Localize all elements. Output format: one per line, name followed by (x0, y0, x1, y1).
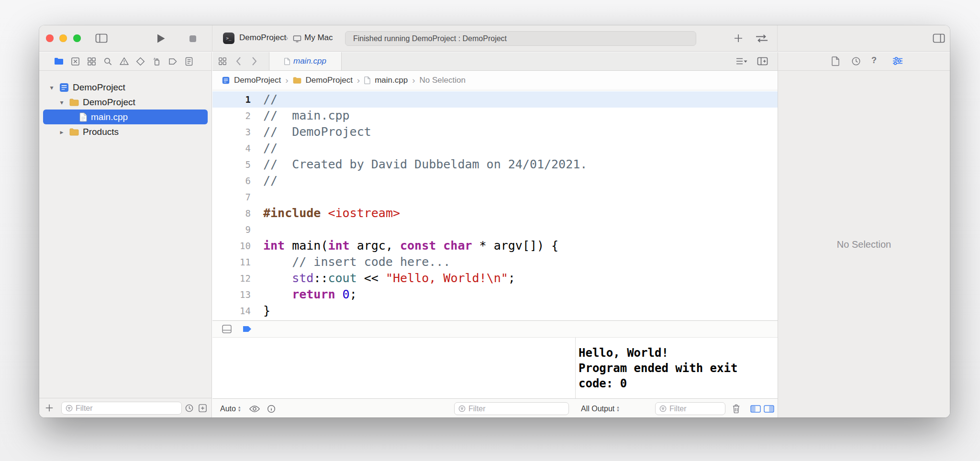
folder-icon (293, 77, 301, 84)
console-filter-input[interactable] (669, 405, 721, 413)
activity-viewer[interactable]: Finished running DemoProject : DemoProje… (345, 31, 696, 46)
toggle-right-sidebar-icon[interactable] (933, 33, 945, 43)
variables-view[interactable] (212, 338, 575, 398)
jump-bar-item-file[interactable]: main.cpp (375, 76, 408, 85)
editor-options-icon[interactable] (735, 57, 747, 66)
toggle-left-sidebar-icon[interactable] (95, 33, 108, 43)
quick-help-inspector-icon[interactable]: ? (871, 55, 877, 66)
library-add-icon[interactable] (734, 33, 743, 43)
variables-filter-input[interactable] (468, 405, 565, 413)
navigator-filter-field[interactable] (61, 402, 182, 415)
tree-item-main-cpp[interactable]: main.cpp (43, 110, 208, 124)
code-line-text: #include <iostream> (263, 205, 400, 221)
console-output-popup[interactable]: All Output ▴▾ (581, 399, 619, 417)
line-number[interactable]: 7 (212, 189, 251, 205)
code-line[interactable]: 3// DemoProject (212, 124, 778, 140)
code-line[interactable]: 1// (212, 91, 778, 108)
code-line-text: std::cout << "Hello, World!\n"; (263, 270, 515, 286)
breakpoints-toggle-icon[interactable] (242, 325, 252, 333)
line-number[interactable]: 9 (212, 221, 251, 238)
code-line[interactable]: 5// Created by David Dubbeldam on 24/01/… (212, 156, 778, 173)
line-number[interactable]: 1 (212, 91, 251, 108)
variables-scope-popup[interactable]: Auto ▴▾ (220, 399, 240, 417)
scheme-name[interactable]: DemoProject (239, 33, 286, 43)
source-control-navigator-icon[interactable] (70, 57, 80, 66)
line-number[interactable]: 5 (212, 156, 251, 173)
history-inspector-icon[interactable] (851, 56, 861, 66)
jump-bar-item-project[interactable]: DemoProject (234, 76, 281, 85)
jump-bar-item-selection[interactable]: No Selection (420, 76, 466, 85)
console-filter-field[interactable] (655, 402, 725, 415)
close-window-button[interactable] (46, 34, 54, 42)
xcode-window: >_ DemoProject › My Mac Finished running… (39, 25, 950, 417)
code-line[interactable]: 2// main.cpp (212, 108, 778, 124)
disclosure-closed-icon[interactable]: ▸ (57, 128, 67, 136)
folder-icon (69, 99, 79, 106)
file-icon (284, 58, 290, 65)
line-number[interactable]: 2 (212, 108, 251, 124)
symbol-navigator-icon[interactable] (86, 57, 97, 66)
line-number[interactable]: 13 (212, 286, 251, 303)
run-button[interactable] (156, 33, 166, 44)
tree-item-group-demoproject[interactable]: ▾ DemoProject (39, 95, 212, 110)
code-line[interactable]: 9 (212, 221, 778, 238)
disclosure-open-icon[interactable]: ▾ (47, 84, 56, 91)
info-icon[interactable] (267, 399, 276, 417)
show-console-view-icon[interactable] (764, 399, 774, 417)
show-variables-view-icon[interactable] (750, 399, 761, 417)
report-navigator-icon[interactable] (184, 57, 194, 66)
line-number[interactable]: 8 (212, 205, 251, 221)
code-review-arrows-icon[interactable] (755, 34, 768, 43)
go-forward-icon[interactable] (252, 56, 257, 66)
code-line[interactable]: 4// (212, 140, 778, 156)
zoom-window-button[interactable] (73, 34, 81, 42)
code-line[interactable]: 7 (212, 189, 778, 205)
issue-navigator-icon[interactable] (119, 57, 129, 66)
tab-main-cpp[interactable]: main.cpp (269, 52, 342, 70)
file-inspector-icon[interactable] (832, 56, 839, 66)
scheme-app-icon[interactable]: >_ (223, 33, 234, 44)
line-number[interactable]: 3 (212, 124, 251, 140)
code-line[interactable]: 10int main(int argc, const char * argv[]… (212, 238, 778, 254)
minimize-window-button[interactable] (59, 34, 67, 42)
recent-files-filter-icon[interactable] (185, 404, 194, 413)
scm-status-filter-icon[interactable] (198, 404, 207, 413)
tree-item-products[interactable]: ▸ Products (39, 124, 212, 139)
line-number[interactable]: 12 (212, 270, 251, 286)
line-number[interactable]: 6 (212, 173, 251, 189)
code-line-text: // insert code here... (263, 254, 450, 270)
test-navigator-icon[interactable] (135, 57, 145, 66)
clear-console-icon[interactable] (732, 399, 740, 417)
variables-filter-field[interactable] (454, 402, 569, 415)
jump-bar-item-group[interactable]: DemoProject (306, 76, 353, 85)
line-number[interactable]: 10 (212, 238, 251, 254)
code-line[interactable]: 12 std::cout << "Hello, World!\n"; (212, 270, 778, 286)
quicklook-eye-icon[interactable] (249, 399, 260, 417)
related-items-icon[interactable] (218, 57, 227, 66)
attributes-inspector-icon[interactable] (892, 56, 903, 66)
project-navigator-icon[interactable] (54, 57, 64, 65)
go-back-icon[interactable] (235, 56, 241, 66)
code-line[interactable]: 11 // insert code here... (212, 254, 778, 270)
debug-navigator-icon[interactable] (151, 57, 162, 66)
activity-status-text: Finished running DemoProject : DemoProje… (353, 34, 507, 43)
add-editor-icon[interactable] (757, 57, 768, 66)
tree-item-label: DemoProject (73, 82, 125, 93)
code-line[interactable]: 13 return 0; (212, 286, 778, 303)
add-file-icon[interactable] (45, 404, 54, 412)
breakpoint-navigator-icon[interactable] (167, 58, 178, 65)
debug-area-toggle-icon[interactable] (222, 325, 232, 333)
line-number[interactable]: 4 (212, 140, 251, 156)
line-number[interactable]: 14 (212, 303, 251, 319)
disclosure-open-icon[interactable]: ▾ (57, 99, 67, 106)
tree-item-project-root[interactable]: ▾ DemoProject (39, 80, 212, 95)
code-editor[interactable]: 1//2// main.cpp3// DemoProject4//5// Cre… (212, 90, 778, 320)
stop-button[interactable] (189, 35, 197, 43)
code-line[interactable]: 14} (212, 303, 778, 319)
find-navigator-icon[interactable] (102, 57, 113, 66)
code-line[interactable]: 8#include <iostream> (212, 205, 778, 221)
run-destination[interactable]: My Mac (304, 33, 333, 43)
code-line[interactable]: 6// (212, 173, 778, 189)
line-number[interactable]: 11 (212, 254, 251, 270)
navigator-filter-input[interactable] (76, 404, 178, 413)
